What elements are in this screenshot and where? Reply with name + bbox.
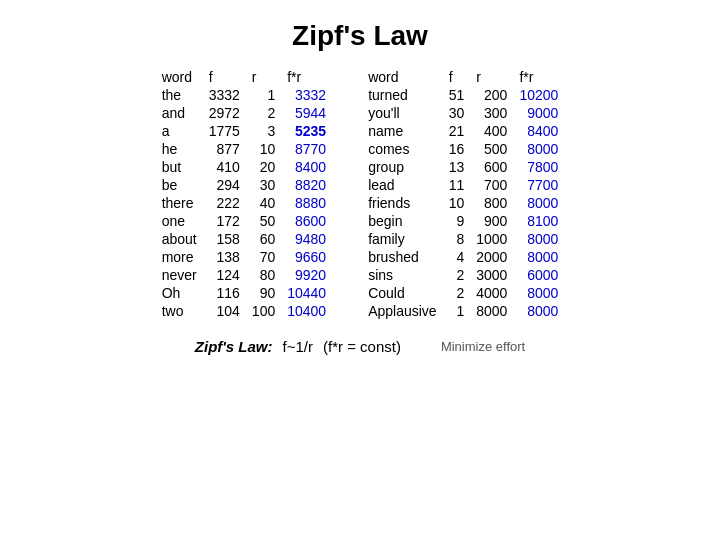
cell-fstar: 8880 (281, 194, 332, 212)
cell-r: 10 (246, 140, 281, 158)
footer-const: (f*r = const) (323, 338, 401, 355)
cell-word: be (156, 176, 203, 194)
cell-f: 1775 (203, 122, 246, 140)
cell-fstar: 6000 (513, 266, 564, 284)
cell-f: 4 (443, 248, 471, 266)
table-row: lead117007700 (362, 176, 564, 194)
cell-r: 2 (246, 104, 281, 122)
cell-f: 410 (203, 158, 246, 176)
table-header: f (203, 68, 246, 86)
cell-f: 16 (443, 140, 471, 158)
cell-word: he (156, 140, 203, 158)
cell-word: more (156, 248, 203, 266)
cell-r: 80 (246, 266, 281, 284)
table-row: about158609480 (156, 230, 333, 248)
cell-r: 1000 (470, 230, 513, 248)
cell-r: 90 (246, 284, 281, 302)
cell-r: 4000 (470, 284, 513, 302)
cell-word: begin (362, 212, 443, 230)
cell-fstar: 9000 (513, 104, 564, 122)
cell-r: 60 (246, 230, 281, 248)
cell-f: 138 (203, 248, 246, 266)
table-row: begin99008100 (362, 212, 564, 230)
table-row: the333213332 (156, 86, 333, 104)
cell-word: Applausive (362, 302, 443, 320)
cell-fstar: 7800 (513, 158, 564, 176)
cell-f: 2972 (203, 104, 246, 122)
cell-r: 70 (246, 248, 281, 266)
cell-fstar: 9660 (281, 248, 332, 266)
right-table: wordfrf*rturned5120010200you'll303009000… (362, 68, 564, 320)
table-row: family810008000 (362, 230, 564, 248)
cell-fstar: 8820 (281, 176, 332, 194)
cell-f: 8 (443, 230, 471, 248)
footer-minimize: Minimize effort (441, 339, 525, 354)
cell-r: 40 (246, 194, 281, 212)
cell-word: Oh (156, 284, 203, 302)
table-header: f*r (281, 68, 332, 86)
cell-word: you'll (362, 104, 443, 122)
cell-fstar: 8000 (513, 140, 564, 158)
cell-fstar: 9920 (281, 266, 332, 284)
cell-r: 30 (246, 176, 281, 194)
table-row: group136007800 (362, 158, 564, 176)
page-title: Zipf's Law (292, 20, 428, 52)
cell-word: family (362, 230, 443, 248)
cell-fstar: 10400 (281, 302, 332, 320)
cell-f: 51 (443, 86, 471, 104)
cell-word: comes (362, 140, 443, 158)
cell-word: but (156, 158, 203, 176)
cell-fstar: 3332 (281, 86, 332, 104)
cell-fstar: 9480 (281, 230, 332, 248)
cell-f: 9 (443, 212, 471, 230)
cell-f: 10 (443, 194, 471, 212)
table-row: brushed420008000 (362, 248, 564, 266)
cell-r: 200 (470, 86, 513, 104)
cell-fstar: 7700 (513, 176, 564, 194)
cell-fstar: 8000 (513, 230, 564, 248)
cell-r: 1 (246, 86, 281, 104)
cell-f: 172 (203, 212, 246, 230)
left-table: wordfrf*rthe333213332and297225944a177535… (156, 68, 333, 320)
cell-word: sins (362, 266, 443, 284)
cell-f: 30 (443, 104, 471, 122)
cell-r: 400 (470, 122, 513, 140)
table-row: Applausive180008000 (362, 302, 564, 320)
cell-word: the (156, 86, 203, 104)
table-header: f (443, 68, 471, 86)
table-row: Could240008000 (362, 284, 564, 302)
table-row: turned5120010200 (362, 86, 564, 104)
cell-f: 158 (203, 230, 246, 248)
table-row: never124809920 (156, 266, 333, 284)
cell-f: 1 (443, 302, 471, 320)
cell-fstar: 8000 (513, 302, 564, 320)
cell-f: 294 (203, 176, 246, 194)
table-row: you'll303009000 (362, 104, 564, 122)
cell-r: 2000 (470, 248, 513, 266)
table-header: word (156, 68, 203, 86)
cell-word: never (156, 266, 203, 284)
cell-fstar: 8400 (281, 158, 332, 176)
cell-f: 124 (203, 266, 246, 284)
cell-fstar: 8600 (281, 212, 332, 230)
footer: Zipf's Law: f~1/r (f*r = const) Minimize… (30, 338, 690, 355)
cell-r: 800 (470, 194, 513, 212)
table-row: sins230006000 (362, 266, 564, 284)
cell-f: 11 (443, 176, 471, 194)
cell-fstar: 8000 (513, 194, 564, 212)
cell-fstar: 8100 (513, 212, 564, 230)
cell-r: 600 (470, 158, 513, 176)
cell-word: there (156, 194, 203, 212)
cell-fstar: 8000 (513, 284, 564, 302)
cell-f: 877 (203, 140, 246, 158)
table-row: name214008400 (362, 122, 564, 140)
footer-law-label: Zipf's Law: (195, 338, 273, 355)
table-row: two10410010400 (156, 302, 333, 320)
cell-word: one (156, 212, 203, 230)
cell-word: group (362, 158, 443, 176)
cell-fstar: 8770 (281, 140, 332, 158)
cell-fstar: 5235 (281, 122, 332, 140)
table-row: a177535235 (156, 122, 333, 140)
table-row: there222408880 (156, 194, 333, 212)
cell-f: 2 (443, 266, 471, 284)
